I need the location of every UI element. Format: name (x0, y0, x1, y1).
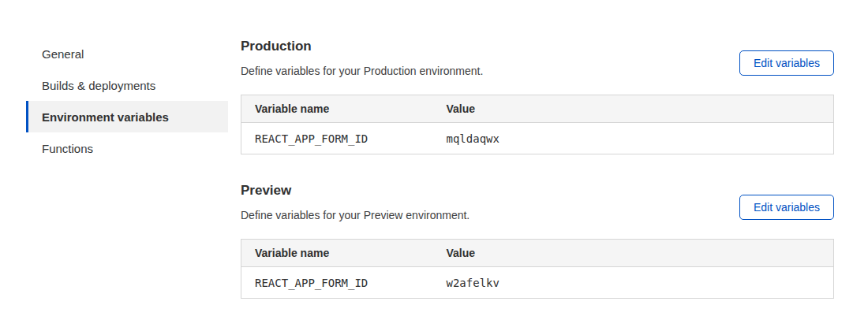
sidebar-item-label: Builds & deployments (42, 79, 155, 92)
sidebar-item-environment-variables[interactable]: Environment variables (26, 101, 228, 132)
table-header-row: Variable name Value (241, 95, 834, 123)
production-section: Production Define variables for your Pro… (241, 39, 834, 154)
sidebar-item-label: General (42, 47, 84, 61)
table-header-row: Variable name Value (241, 240, 834, 267)
sidebar-item-general[interactable]: General (26, 38, 228, 69)
sidebar-item-label: Functions (42, 142, 93, 155)
environment-variables-settings-page: General Builds & deployments Environment… (0, 0, 868, 331)
column-header-variable-name: Variable name (241, 95, 433, 123)
variable-value-cell: w2afelkv (433, 267, 834, 299)
sidebar-item-builds-deployments[interactable]: Builds & deployments (26, 69, 228, 101)
sidebar-item-label: Environment variables (42, 110, 169, 124)
column-header-value: Value (433, 95, 834, 123)
production-variables-table: Variable name Value REACT_APP_FORM_ID mq… (241, 95, 834, 154)
main-content: Production Define variables for your Pro… (241, 39, 834, 299)
edit-variables-button[interactable]: Edit variables (739, 50, 834, 76)
preview-section: Preview Define variables for your Previe… (241, 183, 834, 299)
column-header-value: Value (433, 240, 834, 267)
edit-variables-button[interactable]: Edit variables (739, 195, 834, 220)
preview-variables-table: Variable name Value REACT_APP_FORM_ID w2… (241, 239, 834, 299)
table-row: REACT_APP_FORM_ID mqldaqwx (241, 123, 834, 154)
variable-name-cell: REACT_APP_FORM_ID (241, 267, 433, 299)
variable-value-cell: mqldaqwx (433, 123, 834, 154)
table-row: REACT_APP_FORM_ID w2afelkv (241, 267, 834, 299)
variable-name-cell: REACT_APP_FORM_ID (241, 123, 433, 154)
column-header-variable-name: Variable name (241, 240, 433, 267)
settings-sidebar: General Builds & deployments Environment… (26, 38, 228, 164)
sidebar-item-functions[interactable]: Functions (26, 132, 228, 164)
